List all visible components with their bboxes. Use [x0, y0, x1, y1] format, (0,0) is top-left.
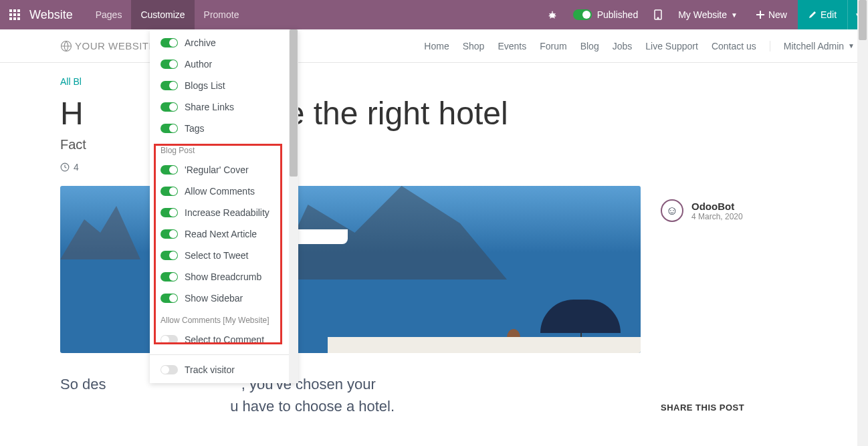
nav-contact[interactable]: Contact us — [712, 41, 756, 51]
content-area: All Bl right hotel H pose the right hote… — [0, 63, 868, 417]
user-menu[interactable]: Mitchell Admin ▼ — [770, 41, 855, 51]
svg-point-11 — [657, 17, 659, 19]
nav-blog[interactable]: Blog — [580, 41, 599, 51]
my-website-dropdown[interactable]: My Website ▼ — [670, 0, 746, 29]
dd-track-visitor[interactable]: Track visitor — [150, 359, 289, 380]
svg-rect-8 — [17, 17, 20, 20]
svg-rect-13 — [756, 14, 764, 15]
dd-author[interactable]: Author — [150, 53, 289, 75]
logo-text: YOUR WEBSITE — [75, 40, 156, 51]
dd-show-breadcrumb[interactable]: Show Breadcrumb — [150, 266, 289, 288]
toggle-icon[interactable] — [160, 229, 178, 239]
dd-regular-cover[interactable]: 'Regular' Cover — [150, 159, 289, 181]
brand-label[interactable]: Website — [29, 8, 86, 22]
hero-image — [60, 186, 641, 353]
svg-rect-1 — [13, 9, 16, 12]
toggle-icon[interactable] — [160, 38, 178, 47]
toggle-icon[interactable] — [160, 102, 178, 112]
author-date: 4 March, 2020 — [691, 212, 743, 221]
dd-tags[interactable]: Tags — [150, 118, 289, 139]
dd-section-allow-comments: Allow Comments [My Website] — [150, 309, 289, 329]
nav-shop[interactable]: Shop — [463, 41, 485, 51]
clock-icon — [60, 162, 70, 172]
share-title: SHARE THIS POST — [661, 403, 808, 413]
customize-dropdown: Archive Author Blogs List Share Links Ta… — [150, 29, 298, 383]
views-meta: 4 — [60, 162, 79, 173]
published-label: Published — [597, 9, 639, 20]
toggle-icon[interactable] — [160, 81, 178, 90]
site-logo[interactable]: YOUR WEBSITE — [60, 40, 156, 52]
divider — [150, 354, 289, 355]
apps-icon[interactable] — [0, 0, 29, 29]
new-label: New — [768, 9, 787, 20]
dropdown-scrollbar[interactable] — [289, 29, 298, 383]
toggle-icon[interactable] — [160, 335, 178, 344]
dd-increase-readability[interactable]: Increase Readability — [150, 202, 289, 223]
svg-rect-2 — [17, 9, 20, 12]
user-label: Mitchell Admin — [784, 41, 844, 51]
author-name: OdooBot — [691, 201, 743, 212]
dd-section-blog-post: Blog Post — [150, 139, 289, 159]
svg-rect-4 — [13, 13, 16, 16]
avatar: ☺ — [661, 199, 683, 222]
edit-button[interactable]: Edit — [798, 0, 847, 29]
dd-archive[interactable]: Archive — [150, 32, 289, 53]
menu-customize[interactable]: Customize — [131, 0, 194, 29]
nav-links: Home Shop Events Forum Blog Jobs Live Su… — [424, 41, 756, 51]
svg-rect-0 — [9, 9, 12, 12]
toggle-icon[interactable] — [160, 60, 178, 69]
svg-rect-5 — [17, 13, 20, 16]
mobile-preview-icon[interactable] — [646, 0, 670, 29]
page-scrollbar[interactable] — [857, 0, 868, 446]
toggle-icon[interactable] — [160, 208, 178, 217]
svg-rect-7 — [13, 17, 16, 20]
menu-pages[interactable]: Pages — [86, 0, 132, 29]
my-website-label: My Website — [678, 9, 727, 20]
bc-all-blogs[interactable]: All Bl — [60, 76, 82, 87]
chevron-down-icon: ▼ — [848, 42, 855, 49]
published-toggle[interactable]: Published — [565, 0, 647, 29]
site-header: YOUR WEBSITE Home Shop Events Forum Blog… — [0, 29, 868, 63]
toggle-icon[interactable] — [160, 251, 178, 260]
nav-events[interactable]: Events — [498, 41, 526, 51]
toggle-icon[interactable] — [160, 165, 178, 175]
svg-rect-3 — [9, 13, 12, 16]
toggle-icon[interactable] — [160, 365, 178, 374]
debug-icon[interactable] — [540, 0, 565, 29]
dd-allow-comments[interactable]: Allow Comments — [150, 181, 289, 202]
dd-read-next[interactable]: Read Next Article — [150, 223, 289, 245]
chevron-down-icon: ▼ — [731, 11, 738, 19]
author-box: ☺ OdooBot 4 March, 2020 — [661, 199, 808, 222]
toggle-icon[interactable] — [160, 187, 178, 196]
nav-forum[interactable]: Forum — [540, 41, 566, 51]
dd-select-to-comment[interactable]: Select to Comment — [150, 329, 289, 350]
nav-jobs[interactable]: Jobs — [613, 41, 633, 51]
menu-promote[interactable]: Promote — [195, 0, 249, 29]
toggle-icon[interactable] — [160, 124, 178, 133]
edit-label: Edit — [821, 9, 837, 20]
right-tools: Published My Website ▼ New Edit ▼ — [540, 0, 868, 29]
nav-live-support[interactable]: Live Support — [645, 41, 698, 51]
dd-show-sidebar[interactable]: Show Sidebar — [150, 288, 289, 309]
nav-home[interactable]: Home — [424, 41, 449, 51]
svg-rect-6 — [9, 17, 12, 20]
toggle-icon[interactable] — [160, 272, 178, 282]
dd-share-links[interactable]: Share Links — [150, 96, 289, 118]
post-body: So des , you've chosen your u have to ch… — [60, 373, 641, 417]
top-bar: Website Pages Customize Promote Publishe… — [0, 0, 868, 29]
dd-blogs-list[interactable]: Blogs List — [150, 75, 289, 96]
new-button[interactable]: New — [746, 0, 798, 29]
dd-select-tweet[interactable]: Select to Tweet — [150, 245, 289, 266]
toggle-icon[interactable] — [160, 294, 178, 303]
top-menu: Pages Customize Promote — [86, 0, 249, 29]
